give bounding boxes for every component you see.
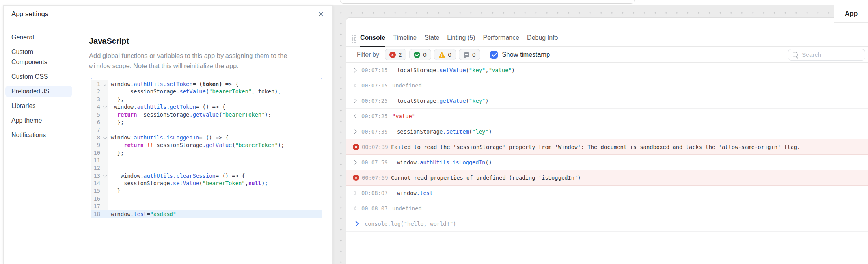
show-timestamp-toggle[interactable]: Show timestamp bbox=[490, 51, 550, 59]
editor-line[interactable]: 11 bbox=[91, 157, 322, 164]
fold-column bbox=[102, 119, 108, 126]
fold-column bbox=[102, 96, 108, 103]
tab-state[interactable]: State bbox=[425, 34, 439, 46]
search-icon bbox=[793, 52, 798, 57]
app-tab[interactable]: App bbox=[834, 5, 868, 23]
timestamp: 00:08:07 bbox=[361, 190, 389, 196]
editor-line[interactable]: 9 return !! sessionStorage.getValue("bea… bbox=[91, 141, 322, 149]
editor-line[interactable]: 18window.test="asdasd" bbox=[91, 210, 322, 218]
console-row-error[interactable]: ×00:07:39Failed to read the 'sessionStor… bbox=[346, 139, 868, 155]
screen: App ConsoleTimelineStateLinting (5)Perfo… bbox=[0, 0, 868, 264]
console-row-out[interactable]: 00:07:15undefined bbox=[346, 78, 868, 93]
editor-line[interactable]: 6 }; bbox=[91, 119, 322, 126]
editor-line[interactable]: 12 bbox=[91, 164, 322, 172]
prompt-chevron-icon bbox=[353, 222, 358, 226]
chevron-right-icon bbox=[353, 99, 358, 102]
debug-panel: ConsoleTimelineStateLinting (5)Performan… bbox=[346, 17, 868, 264]
console-row-in[interactable]: 00:07:59window.authUtils.isLoggedIn() bbox=[346, 155, 868, 170]
editor-line[interactable]: 8window.authUtils.isLoggedIn= () => { bbox=[91, 134, 322, 141]
sidebar-item-app-theme[interactable]: App theme bbox=[5, 115, 72, 126]
tab-performance[interactable]: Performance bbox=[483, 34, 520, 46]
expression: sessionStorage.setItem("ley") bbox=[397, 128, 492, 135]
console-row-out[interactable]: 00:07:25"value" bbox=[346, 109, 868, 124]
editor-line[interactable]: 1window.authUtils.setToken= (token) => { bbox=[91, 80, 322, 88]
error-circle-icon: × bbox=[353, 175, 359, 181]
timestamp: 00:08:07 bbox=[361, 205, 389, 212]
console-row-error[interactable]: ×00:07:59Cannot read properties of undef… bbox=[346, 170, 868, 186]
code-text bbox=[108, 195, 322, 203]
line-number: 7 bbox=[91, 126, 102, 134]
error-circle-icon: × bbox=[389, 52, 396, 58]
console-row-in[interactable]: 00:07:25localStorage.getValue("key") bbox=[346, 93, 868, 109]
editor-line[interactable]: 15 } bbox=[91, 187, 322, 195]
editor-line[interactable]: 14 sessionStorage.setValue("bearerToken"… bbox=[91, 180, 322, 187]
fold-chevron-icon[interactable] bbox=[102, 80, 108, 88]
fold-column bbox=[102, 210, 108, 218]
sidebar-item-notifications[interactable]: Notifications bbox=[5, 130, 72, 141]
expression: undefined bbox=[392, 205, 422, 212]
line-number: 16 bbox=[91, 195, 102, 203]
filter-count-message[interactable]: 0 bbox=[459, 49, 480, 60]
sidebar-item-preloaded-js[interactable]: Preloaded JS bbox=[5, 86, 72, 97]
description-code: window bbox=[89, 63, 110, 70]
editor-line[interactable]: 16 bbox=[91, 195, 322, 203]
description-text: Add global functions or variables to thi… bbox=[89, 52, 287, 59]
timestamp-checkbox-label: Show timestamp bbox=[502, 51, 550, 58]
timestamp-checkbox[interactable] bbox=[490, 51, 498, 59]
fold-column bbox=[102, 149, 108, 157]
fold-column bbox=[102, 88, 108, 95]
filter-pills: ×2000 bbox=[385, 49, 483, 60]
line-number: 2 bbox=[91, 88, 102, 95]
chevron-right-icon bbox=[353, 161, 358, 164]
fold-chevron-icon[interactable] bbox=[102, 172, 108, 180]
line-number: 10 bbox=[91, 149, 102, 157]
sidebar-item-custom-css[interactable]: Custom CSS bbox=[5, 71, 72, 82]
editor-line[interactable]: 10 }; bbox=[91, 149, 322, 157]
chevron-left-icon bbox=[353, 115, 358, 118]
sidebar-item-custom-components[interactable]: Custom Components bbox=[5, 46, 72, 68]
editor-line[interactable]: 17 bbox=[91, 203, 322, 210]
close-icon[interactable]: × bbox=[318, 9, 324, 20]
debug-tabbar: ConsoleTimelineStateLinting (5)Performan… bbox=[346, 18, 868, 47]
success-circle-icon bbox=[414, 52, 420, 58]
line-number: 14 bbox=[91, 180, 102, 187]
console-row-in[interactable]: 00:07:15localStorage.setValue("key","val… bbox=[346, 63, 868, 78]
editor-line[interactable]: 3 }; bbox=[91, 96, 322, 103]
tab-debug-info[interactable]: Debug Info bbox=[527, 34, 558, 46]
console-row-in[interactable]: 00:07:39sessionStorage.setItem("ley") bbox=[346, 124, 868, 139]
preloaded-js-editor[interactable]: 1window.authUtils.setToken= (token) => {… bbox=[91, 78, 322, 264]
console-rows: 00:07:15localStorage.setValue("key","val… bbox=[346, 63, 868, 232]
line-number: 6 bbox=[91, 119, 102, 126]
search-input[interactable] bbox=[801, 51, 865, 59]
sidebar-item-general[interactable]: General bbox=[5, 32, 72, 43]
error-message: Cannot read properties of undefined (rea… bbox=[391, 175, 581, 181]
editor-line[interactable]: 13 window.authUtils.clearSession= () => … bbox=[91, 172, 322, 180]
tab-console[interactable]: Console bbox=[360, 34, 385, 46]
tab-linting-5[interactable]: Linting (5) bbox=[447, 34, 475, 46]
drag-handle-icon[interactable] bbox=[351, 34, 356, 43]
editor-line[interactable]: 4 window.authUtils.getToken= () => { bbox=[91, 103, 322, 111]
filter-count-success[interactable]: 0 bbox=[409, 49, 431, 60]
fold-chevron-icon[interactable] bbox=[102, 103, 108, 111]
filter-count-warning[interactable]: 0 bbox=[434, 49, 456, 60]
filter-by-label: Filter by bbox=[357, 51, 379, 58]
canvas-component-outline bbox=[340, 0, 635, 4]
editor-line[interactable]: 2 sessionStorage.setValue("bearerToken",… bbox=[91, 88, 322, 95]
code-text: window.authUtils.setToken= (token) => { bbox=[108, 80, 322, 88]
console-row-out[interactable]: 00:08:07undefined bbox=[346, 201, 868, 216]
filter-count-error[interactable]: ×2 bbox=[385, 49, 406, 60]
line-number: 8 bbox=[91, 134, 102, 141]
console-search[interactable] bbox=[788, 49, 865, 61]
console-input-text[interactable]: console.log("hello, world!") bbox=[365, 221, 456, 227]
fold-chevron-icon[interactable] bbox=[102, 134, 108, 141]
error-message: Failed to read the 'sessionStorage' prop… bbox=[391, 144, 800, 150]
sidebar-item-libraries[interactable]: Libraries bbox=[5, 100, 72, 112]
editor-line[interactable]: 5 return sessionStorage.getValue("bearer… bbox=[91, 111, 322, 119]
editor-line[interactable]: 7 bbox=[91, 126, 322, 134]
console-row-in[interactable]: 00:08:07window.test bbox=[346, 186, 868, 201]
count-value: 2 bbox=[399, 51, 402, 58]
code-text: }; bbox=[108, 149, 322, 157]
tab-timeline[interactable]: Timeline bbox=[393, 34, 417, 46]
console-row-prompt[interactable]: console.log("hello, world!") bbox=[346, 216, 868, 232]
fold-column bbox=[102, 195, 108, 203]
